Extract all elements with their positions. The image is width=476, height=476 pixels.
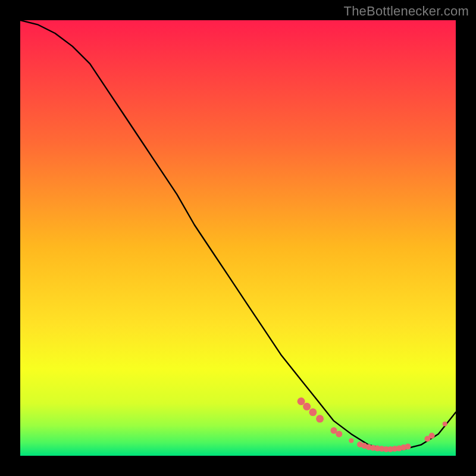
data-marker [405,444,411,450]
data-marker [309,408,317,416]
data-marker [316,415,324,422]
data-marker [443,422,447,427]
data-marker [429,433,435,439]
data-marker [349,438,353,443]
data-marker [303,403,311,411]
plot-area [20,20,456,456]
data-marker [298,397,305,405]
gradient-background [20,20,456,456]
watermark-label: TheBottlenecker.com [344,4,469,19]
chart-container: TheBottlenecker.com [0,0,476,476]
data-marker [336,431,342,437]
chart-svg [20,20,456,456]
